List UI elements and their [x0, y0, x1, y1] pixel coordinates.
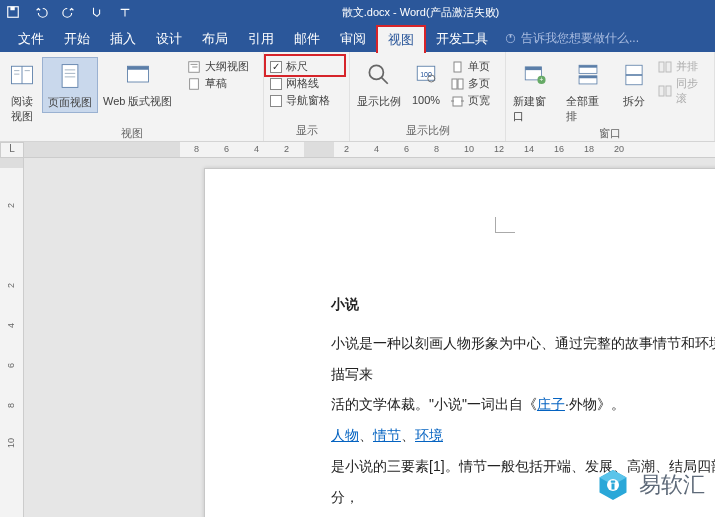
touch-mode-icon[interactable] [90, 5, 104, 21]
draft-view-button[interactable]: 草稿 [187, 76, 249, 91]
svg-rect-1 [10, 6, 14, 10]
read-mode-button[interactable]: 阅读 视图 [2, 57, 42, 126]
window-title: 散文.docx - Word(产品激活失败) [132, 5, 709, 20]
split-icon [619, 59, 649, 91]
check-icon: ✓ [270, 61, 282, 73]
tell-me-label: 告诉我您想要做什么... [521, 30, 639, 47]
ruler-row: L 8 6 4 2 2 4 6 8 10 12 14 16 18 20 [0, 142, 715, 158]
tab-insert[interactable]: 插入 [100, 26, 146, 52]
menu-bar: 文件 开始 插入 设计 布局 引用 邮件 审阅 视图 开发工具 告诉我您想要做什… [0, 25, 715, 52]
read-mode-icon [7, 59, 37, 91]
new-window-icon: + [520, 59, 550, 91]
svg-text:+: + [539, 76, 543, 83]
svg-rect-38 [659, 62, 664, 72]
vertical-ruler[interactable]: 2 2 4 6 8 10 [0, 158, 24, 517]
new-window-button[interactable]: + 新建窗口 [508, 57, 561, 126]
page[interactable]: 小说 小说是一种以刻画人物形象为中心、通过完整的故事情节和环境描写来 活的文学体… [204, 168, 715, 517]
watermark-logo-icon [595, 467, 631, 503]
doc-para-3: 幕、尾声。环境包括自然环境和社会环 [331, 513, 715, 517]
svg-line-20 [382, 78, 388, 84]
page-width-button[interactable]: 页宽 [450, 93, 490, 108]
svg-rect-25 [452, 79, 457, 89]
svg-rect-29 [525, 67, 541, 70]
ribbon: 阅读 视图 页面视图 Web 版式视图 大纲视图 草稿 视图 ✓标尺 网格线 导… [0, 52, 715, 142]
svg-rect-14 [127, 66, 148, 70]
tell-me[interactable]: 告诉我您想要做什么... [504, 30, 639, 47]
redo-icon[interactable] [62, 5, 76, 21]
svg-rect-39 [666, 62, 671, 72]
zoom-group-label: 显示比例 [352, 123, 503, 140]
watermark: 易软汇 [595, 467, 705, 503]
svg-text:100: 100 [420, 71, 432, 78]
zoom-icon [364, 59, 394, 91]
svg-rect-43 [611, 481, 616, 483]
print-layout-button[interactable]: 页面视图 [42, 57, 98, 113]
tab-view[interactable]: 视图 [376, 25, 426, 53]
side-by-side-button: 并排 [658, 59, 708, 74]
show-group-label: 显示 [266, 123, 347, 140]
tab-file[interactable]: 文件 [8, 26, 54, 52]
ruler-checkbox[interactable]: ✓标尺 [270, 59, 330, 74]
title-bar: 散文.docx - Word(产品激活失败) [0, 0, 715, 25]
sync-scroll-button: 同步滚 [658, 76, 708, 106]
horizontal-ruler[interactable]: 8 6 4 2 2 4 6 8 10 12 14 16 18 20 [24, 142, 715, 158]
svg-rect-35 [579, 76, 597, 78]
web-layout-icon [123, 59, 153, 91]
document-area[interactable]: 小说 小说是一种以刻画人物形象为中心、通过完整的故事情节和环境描写来 活的文学体… [24, 158, 715, 517]
print-layout-icon [55, 60, 85, 92]
arrange-all-button[interactable]: 全部重排 [561, 57, 614, 126]
tab-mailings[interactable]: 邮件 [284, 26, 330, 52]
outline-view-button[interactable]: 大纲视图 [187, 59, 249, 74]
svg-point-19 [369, 65, 383, 79]
svg-rect-40 [659, 86, 664, 96]
qat-customize-icon[interactable] [118, 5, 132, 21]
split-button[interactable]: 拆分 [614, 57, 654, 111]
ruler-corner[interactable]: L [0, 142, 24, 158]
arrange-all-icon [573, 59, 603, 91]
tab-references[interactable]: 引用 [238, 26, 284, 52]
svg-rect-24 [454, 62, 461, 72]
web-layout-button[interactable]: Web 版式视图 [98, 57, 177, 111]
tab-design[interactable]: 设计 [146, 26, 192, 52]
one-page-button[interactable]: 单页 [450, 59, 490, 74]
tab-layout[interactable]: 布局 [192, 26, 238, 52]
tab-developer[interactable]: 开发工具 [426, 26, 498, 52]
link-zhuangzi[interactable]: 庄子 [537, 396, 565, 412]
link-plot[interactable]: 情节 [373, 427, 401, 443]
svg-rect-44 [612, 484, 615, 490]
tab-home[interactable]: 开始 [54, 26, 100, 52]
cursor-indicator [495, 217, 515, 233]
zoom-100-button[interactable]: 100 100% [406, 57, 446, 108]
doc-links-line: 人物、情节、环境 [331, 420, 715, 451]
svg-rect-18 [190, 78, 199, 89]
save-icon[interactable] [6, 5, 20, 21]
doc-para-1b: 活的文学体裁。"小说"一词出自《庄子·外物》。 [331, 389, 715, 420]
zoom-button[interactable]: 显示比例 [352, 57, 406, 111]
window-group-label: 窗口 [508, 126, 712, 143]
svg-rect-33 [579, 65, 597, 67]
svg-rect-27 [453, 97, 462, 106]
svg-rect-41 [666, 86, 671, 96]
zoom-100-icon: 100 [411, 59, 441, 91]
link-character[interactable]: 人物 [331, 427, 359, 443]
tab-review[interactable]: 审阅 [330, 26, 376, 52]
svg-rect-3 [510, 34, 512, 37]
undo-icon[interactable] [34, 5, 48, 21]
doc-para-1: 小说是一种以刻画人物形象为中心、通过完整的故事情节和环境描写来 [331, 328, 715, 390]
views-group-label: 视图 [2, 126, 261, 143]
svg-rect-9 [62, 65, 78, 88]
watermark-text: 易软汇 [639, 470, 705, 500]
navpane-checkbox[interactable]: 导航窗格 [270, 93, 330, 108]
link-environment[interactable]: 环境 [415, 427, 443, 443]
doc-heading: 小说 [331, 289, 715, 320]
multi-page-button[interactable]: 多页 [450, 76, 490, 91]
gridlines-checkbox[interactable]: 网格线 [270, 76, 330, 91]
svg-rect-26 [458, 79, 463, 89]
